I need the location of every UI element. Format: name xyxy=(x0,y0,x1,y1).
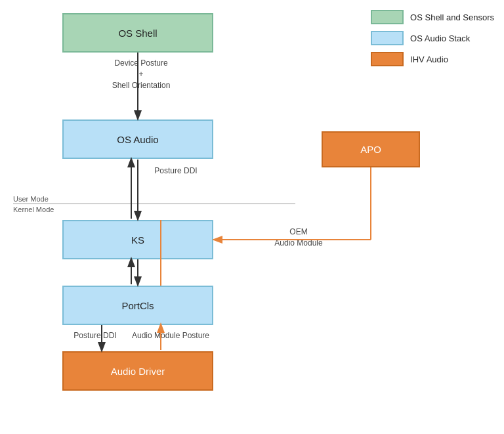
legend-swatch-blue xyxy=(371,31,404,45)
user-mode-label: User Mode xyxy=(13,195,49,203)
ks-label: KS xyxy=(131,234,144,246)
audio-driver-box: Audio Driver xyxy=(62,351,213,391)
ks-box: KS xyxy=(62,220,213,259)
user-mode-line xyxy=(13,204,295,204)
device-posture-label: Device Posture+Shell Orientation xyxy=(92,58,190,91)
legend-label-green: OS Shell and Sensors xyxy=(410,12,494,22)
audio-driver-label: Audio Driver xyxy=(111,366,165,377)
legend-item-green: OS Shell and Sensors xyxy=(371,10,494,24)
portcls-box: PortCls xyxy=(62,286,213,325)
apo-label: APO xyxy=(360,144,381,155)
kernel-mode-label: Kernel Mode xyxy=(13,206,54,213)
portcls-label: PortCls xyxy=(121,300,154,311)
legend: OS Shell and Sensors OS Audio Stack IHV … xyxy=(371,10,494,66)
legend-label-orange: IHV Audio xyxy=(410,54,448,64)
os-audio-label: OS Audio xyxy=(117,134,158,145)
legend-item-orange: IHV Audio xyxy=(371,52,494,66)
os-shell-label: OS Shell xyxy=(118,28,157,39)
posture-ddi-upper-label: Posture DDI xyxy=(143,165,209,177)
os-shell-box: OS Shell xyxy=(62,13,213,53)
legend-label-blue: OS Audio Stack xyxy=(410,33,470,43)
audio-module-posture-label: Audio Module Posture xyxy=(125,330,217,341)
apo-box: APO xyxy=(322,131,420,167)
oem-audio-module-label: OEMAudio Module xyxy=(262,227,335,249)
legend-swatch-green xyxy=(371,10,404,24)
diagram: OS Shell and Sensors OS Audio Stack IHV … xyxy=(0,0,504,434)
legend-swatch-orange xyxy=(371,52,404,66)
legend-item-blue: OS Audio Stack xyxy=(371,31,494,45)
posture-ddi-lower-label: Posture DDI xyxy=(66,330,125,341)
os-audio-box: OS Audio xyxy=(62,119,213,159)
